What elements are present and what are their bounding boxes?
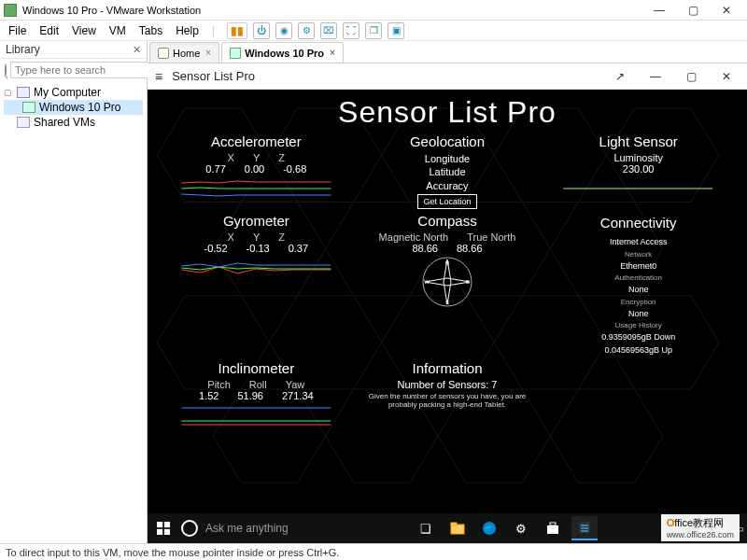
get-location-button[interactable]: Get Location: [417, 194, 476, 209]
menu-edit[interactable]: Edit: [33, 22, 65, 39]
tab-windows10-close[interactable]: ×: [330, 48, 335, 58]
library-close-button[interactable]: ✕: [133, 44, 141, 56]
inner-expand-button[interactable]: ↗: [607, 70, 633, 83]
menubar: File Edit View VM Tabs Help | ▮▮ ⏻ ◉ ⚙ ⌧…: [0, 21, 747, 41]
library-title: Library: [6, 43, 40, 56]
sensor-app-taskbar-icon[interactable]: [571, 516, 598, 540]
svg-marker-20: [444, 259, 451, 304]
conn-internet-access: Internet Access: [546, 236, 730, 249]
gyrometer-card: Gyrometer XYZ -0.52-0.130.37: [164, 213, 348, 357]
svg-marker-21: [425, 278, 470, 286]
taskbar-search-placeholder[interactable]: Ask me anything: [205, 522, 317, 535]
tree-shared-vms[interactable]: Shared VMs: [4, 115, 143, 130]
toolbar-icons: ⏻ ◉ ⚙ ⌧ ⛶ ❐ ▣: [253, 22, 404, 39]
compass-mag-label: Magnetic North: [379, 231, 449, 243]
store-icon[interactable]: [540, 516, 566, 540]
window-titlebar: Windows 10 Pro - VMware Workstation — ▢ …: [0, 0, 747, 21]
conn-network-value: Ethernet0: [546, 260, 730, 273]
tab-home-close[interactable]: ×: [205, 48, 211, 58]
vm-display[interactable]: Sensor List Pro Accelerometer XYZ 0.770.…: [148, 90, 747, 543]
compass-rose-icon: N S E W: [421, 256, 473, 308]
window-minimize-button[interactable]: —: [642, 1, 676, 20]
svg-rect-33: [547, 525, 558, 534]
tab-home-label: Home: [173, 48, 200, 59]
incl-yaw-value: 271.34: [282, 390, 314, 401]
settings-icon[interactable]: ⚙: [508, 516, 534, 540]
pause-button[interactable]: ▮▮: [227, 22, 247, 39]
info-note: Given the number of sensors you have, yo…: [356, 392, 540, 409]
incl-pitch-label: Pitch: [207, 379, 230, 390]
accel-y-label: Y: [253, 152, 260, 163]
tab-home[interactable]: Home ×: [149, 42, 219, 63]
content-area: Home × Windows 10 Pro × ≡ Sensor List Pr…: [148, 41, 747, 543]
vm-tab-icon: [230, 48, 241, 59]
light-sensor-card: Light Sensor Luminosity 230.00: [546, 133, 730, 209]
compass-card: Compass Magnetic NorthTrue North 88.6688…: [356, 213, 540, 357]
accel-z-label: Z: [278, 152, 285, 163]
tab-windows10[interactable]: Windows 10 Pro ×: [221, 42, 344, 63]
library-header: Library ✕: [0, 41, 147, 59]
accel-chart: [164, 177, 348, 200]
toolbar-power-icon[interactable]: ⏻: [253, 22, 270, 39]
menu-view[interactable]: View: [65, 22, 103, 39]
inner-maximize-button[interactable]: ▢: [678, 70, 704, 83]
file-explorer-icon[interactable]: [444, 516, 471, 540]
light-heading: Light Sensor: [546, 133, 730, 149]
geo-longitude-label: Longitude: [356, 152, 540, 165]
svg-rect-29: [164, 529, 170, 535]
geo-accuracy-label: Accuracy: [356, 179, 540, 192]
tree-my-computer[interactable]: ▢ My Computer: [4, 85, 143, 100]
incl-pitch-value: 1.52: [199, 390, 218, 401]
menu-tabs[interactable]: Tabs: [133, 22, 169, 39]
computer-icon: [17, 87, 30, 98]
conn-network-label: Network: [546, 249, 730, 260]
inner-close-button[interactable]: ✕: [713, 70, 740, 83]
connectivity-card: Connectivity Internet Access Network Eth…: [546, 213, 730, 357]
statusbar-text: To direct input to this VM, move the mou…: [6, 547, 339, 558]
menu-help[interactable]: Help: [169, 22, 205, 39]
library-search-input[interactable]: [10, 62, 148, 78]
toolbar-settings-icon[interactable]: ⚙: [298, 22, 315, 39]
accel-x-value: 0.77: [205, 163, 225, 175]
window-maximize-button[interactable]: ▢: [676, 1, 710, 20]
gyro-y-label: Y: [253, 231, 260, 243]
menu-vm[interactable]: VM: [103, 22, 133, 39]
edge-browser-icon[interactable]: [476, 516, 502, 540]
info-heading: Information: [356, 360, 540, 376]
task-view-icon[interactable]: ❏: [413, 516, 439, 540]
window-close-button[interactable]: ✕: [710, 1, 743, 20]
compass-heading: Compass: [356, 213, 540, 229]
shared-vms-icon: [17, 117, 30, 128]
conn-up-value: 0.04569563gB Up: [546, 344, 730, 357]
toolbar-unity-icon[interactable]: ❐: [365, 22, 382, 39]
gyro-y-value: -0.13: [247, 243, 270, 254]
inner-minimize-button[interactable]: —: [642, 70, 669, 83]
svg-rect-34: [550, 523, 556, 525]
menu-file[interactable]: File: [2, 22, 33, 39]
tree-vm-windows10[interactable]: Windows 10 Pro: [4, 100, 143, 115]
toolbar-screenshot-icon[interactable]: ⌧: [320, 22, 337, 39]
inclinometer-card: Inclinometer PitchRollYaw 1.5251.96271.3…: [164, 360, 348, 429]
accel-z-value: -0.68: [283, 163, 306, 175]
inner-app-chrome: ≡ Sensor List Pro ↗ — ▢ ✕: [148, 63, 747, 90]
toolbar-fullscreen-icon[interactable]: ▣: [388, 22, 404, 39]
luminosity-label: Luminosity: [546, 152, 730, 163]
toolbar-fit-icon[interactable]: ⛶: [343, 22, 359, 39]
menu-separator: |: [205, 22, 221, 39]
info-sensor-count: Number of Sensors: 7: [356, 379, 540, 390]
watermark-brand-rest: ffice教程网: [674, 517, 724, 528]
vm-icon: [22, 102, 35, 113]
toolbar-snapshot-icon[interactable]: ◉: [275, 22, 292, 39]
conn-enc-label: Encryption: [546, 297, 730, 308]
cortana-icon[interactable]: [181, 520, 198, 537]
gyro-x-label: X: [228, 231, 234, 243]
hamburger-button[interactable]: ≡: [155, 69, 162, 84]
compass-mag-value: 88.66: [412, 243, 438, 254]
start-button[interactable]: [151, 516, 176, 540]
watermark: Office教程网 www.office26.com: [661, 514, 740, 541]
watermark-brand-o: O: [667, 517, 675, 528]
library-tree: ▢ My Computer Windows 10 Pro Shared VMs: [0, 81, 147, 133]
vm-tab-row: Home × Windows 10 Pro ×: [148, 41, 747, 63]
tab-windows10-label: Windows 10 Pro: [245, 48, 324, 59]
gyro-z-label: Z: [278, 231, 285, 243]
